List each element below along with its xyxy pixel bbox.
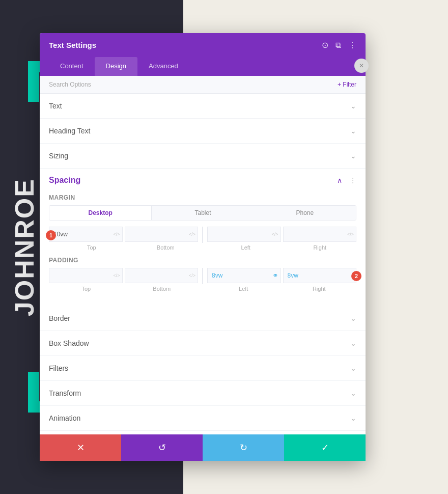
section-filters[interactable]: Filters ⌄	[40, 356, 366, 381]
margin-bottom-input[interactable]	[125, 227, 199, 242]
padding-inputs-row: </> </> ⚭	[49, 268, 356, 284]
section-filters-chevron: ⌄	[350, 364, 356, 372]
padding-bottom-wrap: </>	[125, 268, 199, 283]
tab-content[interactable]: Content	[49, 57, 95, 76]
padding-top-label: Top	[49, 286, 124, 292]
margin-right-label: Right	[284, 244, 357, 251]
padding-right-label: Right	[282, 286, 357, 292]
undo-button[interactable]: ↺	[121, 434, 203, 461]
section-spacing-header[interactable]: Spacing ∧ ⋮	[40, 169, 366, 189]
filter-button[interactable]: + Filter	[338, 81, 356, 88]
section-border-label: Border	[49, 314, 70, 322]
text-settings-modal: Text Settings ⊙ ⧉ ⋮ Content Design Advan…	[40, 33, 366, 461]
section-transform-chevron: ⌄	[350, 389, 356, 397]
section-border[interactable]: Border ⌄	[40, 306, 366, 331]
tab-advanced[interactable]: Advanced	[137, 57, 189, 76]
section-animation-label: Animation	[49, 414, 80, 422]
margin-top-wrap: </>	[49, 227, 123, 242]
focus-icon[interactable]: ⊙	[322, 40, 328, 50]
padding-divider	[202, 268, 203, 284]
margin-section: Margin Desktop Tablet Phone 1	[40, 189, 366, 306]
search-options-label: Search Options	[49, 81, 91, 88]
padding-left-label: Left	[206, 286, 281, 292]
section-sizing-chevron: ⌄	[350, 152, 356, 160]
padding-left-input[interactable]	[207, 268, 281, 283]
section-text[interactable]: Text ⌄	[40, 94, 366, 119]
padding-right-wrap: 2	[283, 268, 357, 283]
settings-content: Text ⌄ Heading Text ⌄ Sizing ⌄ Spacing ∧…	[40, 94, 366, 434]
section-sizing-label: Sizing	[49, 152, 68, 160]
padding-top-responsive-icon: </>	[113, 273, 120, 278]
padding-link-icon[interactable]: ⚭	[272, 271, 278, 280]
device-tabs-margin: Desktop Tablet Phone	[49, 205, 356, 221]
save-button[interactable]: ✓	[284, 434, 366, 461]
tab-design[interactable]: Design	[95, 57, 137, 76]
section-spacing-container: Spacing ∧ ⋮ Margin Desktop Tablet Phone	[40, 169, 366, 306]
margin-top-input[interactable]	[49, 227, 123, 242]
padding-bottom-input[interactable]	[125, 268, 199, 283]
margin-bottom-wrap: </>	[125, 227, 199, 242]
section-transform[interactable]: Transform ⌄	[40, 381, 366, 406]
action-bar: ✕ ↺ ↻ ✓	[40, 434, 366, 461]
modal-title: Text Settings	[49, 41, 96, 49]
margin-label-spacer	[203, 244, 208, 251]
section-spacing-label: Spacing	[49, 176, 80, 185]
margin-bottom-label: Bottom	[129, 244, 203, 251]
padding-left-wrap: ⚭	[207, 268, 281, 283]
section-animation[interactable]: Animation ⌄	[40, 406, 366, 431]
margin-divider	[202, 227, 203, 243]
close-button[interactable]: ✕	[354, 59, 369, 73]
margin-right-input[interactable]	[283, 227, 357, 242]
redo-button[interactable]: ↻	[203, 434, 284, 461]
section-sizing[interactable]: Sizing ⌄	[40, 144, 366, 169]
header-icons: ⊙ ⧉ ⋮	[322, 40, 356, 50]
section-heading[interactable]: Heading Text ⌄	[40, 119, 366, 144]
margin-label: Margin	[49, 194, 356, 201]
margin-right-wrap: </>	[283, 227, 357, 242]
padding-bottom-responsive-icon: </>	[189, 273, 195, 278]
badge-2: 2	[351, 271, 361, 281]
section-animation-chevron: ⌄	[350, 414, 356, 422]
section-box-shadow[interactable]: Box Shadow ⌄	[40, 331, 366, 356]
padding-top-input[interactable]	[49, 268, 123, 283]
padding-field-labels: Top Bottom Left Right	[49, 286, 356, 292]
section-filters-label: Filters	[49, 364, 68, 372]
section-heading-label: Heading Text	[49, 127, 90, 135]
cancel-button[interactable]: ✕	[40, 434, 121, 461]
section-text-chevron: ⌄	[350, 102, 356, 110]
padding-top-wrap: </>	[49, 268, 123, 283]
spacing-header-right: ∧ ⋮	[337, 176, 356, 184]
padding-label-spacer	[200, 286, 205, 292]
tabs-bar: Content Design Advanced	[40, 57, 366, 76]
section-text-label: Text	[49, 102, 62, 110]
modal-header: Text Settings ⊙ ⧉ ⋮	[40, 33, 366, 57]
columns-icon[interactable]: ⧉	[335, 41, 341, 50]
section-box-shadow-chevron: ⌄	[350, 339, 356, 347]
device-tab-tablet[interactable]: Tablet	[152, 206, 254, 220]
section-transform-label: Transform	[49, 389, 81, 397]
padding-right-input[interactable]	[283, 268, 357, 283]
padding-label: Padding	[49, 257, 356, 264]
section-spacing-chevron: ∧	[337, 176, 342, 184]
margin-field-labels: Top Bottom Left Right	[49, 244, 356, 251]
margin-top-responsive-icon: </>	[113, 232, 120, 237]
margin-bottom-responsive-icon: </>	[189, 232, 195, 237]
margin-right-responsive-icon: </>	[347, 232, 354, 237]
more-options-icon[interactable]: ⋮	[348, 40, 356, 50]
section-box-shadow-label: Box Shadow	[49, 339, 89, 347]
section-heading-chevron: ⌄	[350, 127, 356, 135]
margin-inputs-row: 1 </> </>	[49, 227, 356, 243]
margin-left-input[interactable]	[207, 227, 281, 242]
spacing-options-icon[interactable]: ⋮	[349, 176, 356, 184]
margin-left-responsive-icon: </>	[271, 232, 278, 237]
device-tab-desktop[interactable]: Desktop	[49, 206, 152, 220]
section-border-chevron: ⌄	[350, 314, 356, 322]
device-tab-phone[interactable]: Phone	[254, 206, 356, 220]
logo-vertical-text: JOHNROE	[9, 178, 40, 316]
margin-left-wrap: </>	[207, 227, 281, 242]
margin-top-label: Top	[55, 244, 128, 251]
margin-left-label: Left	[209, 244, 283, 251]
badge-1: 1	[46, 230, 56, 240]
search-bar: Search Options + Filter	[40, 76, 366, 94]
padding-bottom-label: Bottom	[125, 286, 200, 292]
